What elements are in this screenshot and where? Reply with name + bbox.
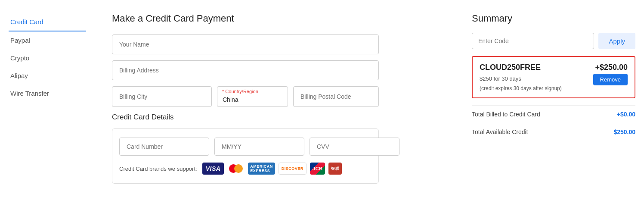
- country-label: * Country/Region: [222, 89, 258, 94]
- sidebar-item-crypto[interactable]: Crypto: [9, 49, 86, 67]
- remove-promo-button[interactable]: Remove: [593, 74, 628, 85]
- country-region-wrap: * Country/Region China: [217, 86, 288, 107]
- promo-row: Apply: [472, 33, 635, 49]
- mastercard-badge: [227, 163, 245, 174]
- total-billed-row: Total Billed to Credit Card +$0.00: [472, 105, 635, 123]
- total-credit-row: Total Available Credit $250.00: [472, 123, 635, 141]
- sidebar-item-wire-transfer[interactable]: Wire Transfer: [9, 85, 86, 102]
- jcb-badge: JCB: [310, 163, 325, 175]
- sidebar-item-alipay[interactable]: Alipay: [9, 67, 86, 85]
- card-details-box: Credit Card brands we support: VISA AMER…: [112, 128, 379, 184]
- promo-code-description: $250 for 30 days: [480, 75, 562, 82]
- amex-badge: AMERICANEXPRESS: [248, 163, 275, 175]
- billing-row: * Country/Region China: [112, 86, 379, 107]
- card-number-input[interactable]: [119, 138, 209, 156]
- expiry-input[interactable]: [214, 138, 304, 156]
- sidebar: Credit Card Paypal Crypto Alipay Wire Tr…: [0, 9, 95, 207]
- promo-code-expiry: (credit expires 30 days after signup): [480, 85, 562, 91]
- total-credit-value: $250.00: [613, 128, 635, 135]
- promo-code-name: CLOUD250FREE: [480, 63, 541, 72]
- sidebar-item-credit-card[interactable]: Credit Card: [9, 13, 86, 31]
- card-brands-label: Credit Card brands we support:: [119, 166, 197, 172]
- promo-code-header: CLOUD250FREE +$250.00: [480, 63, 628, 72]
- your-name-input[interactable]: [112, 34, 379, 54]
- card-brands-row: Credit Card brands we support: VISA AMER…: [119, 163, 372, 175]
- total-credit-label: Total Available Credit: [472, 128, 528, 135]
- sidebar-item-paypal[interactable]: Paypal: [9, 31, 86, 49]
- summary-title: Summary: [472, 13, 635, 24]
- page-title: Make a Credit Card Payment: [112, 13, 446, 24]
- unionpay-badge: 银联: [328, 163, 342, 175]
- card-inputs-row: [119, 138, 372, 156]
- discover-badge: DISCOVER: [279, 163, 307, 175]
- cvv-input[interactable]: [310, 138, 399, 156]
- summary-panel: Summary Apply CLOUD250FREE +$250.00 $250…: [463, 9, 644, 207]
- payment-form: * Country/Region China Credit Card Detai…: [112, 34, 379, 184]
- billing-address-input[interactable]: [112, 60, 379, 80]
- apply-button[interactable]: Apply: [598, 33, 635, 49]
- total-billed-value: +$0.00: [617, 111, 635, 118]
- promo-code-amount: +$250.00: [595, 63, 628, 72]
- total-billed-label: Total Billed to Credit Card: [472, 111, 540, 118]
- promo-code-input[interactable]: [472, 33, 594, 49]
- main-content: Make a Credit Card Payment * Country/Reg…: [95, 9, 463, 207]
- billing-city-input[interactable]: [112, 86, 212, 107]
- postal-code-input[interactable]: [293, 86, 379, 107]
- card-details-title: Credit Card Details: [112, 113, 379, 122]
- promo-code-box: CLOUD250FREE +$250.00 $250 for 30 days (…: [472, 56, 635, 98]
- visa-badge: VISA: [202, 163, 224, 175]
